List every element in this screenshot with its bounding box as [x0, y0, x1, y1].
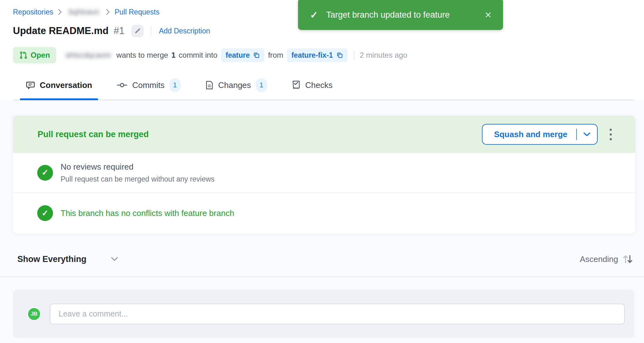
add-description-link[interactable]: Add Description: [159, 27, 210, 35]
tab-label: Commits: [132, 80, 165, 90]
merge-check-row: ✓ No reviews required Pull request can b…: [13, 153, 635, 192]
tab-commits[interactable]: Commits 1: [111, 78, 187, 100]
pencil-icon: [134, 28, 141, 34]
copy-icon[interactable]: [336, 52, 343, 59]
main-content: Pull request can be merged Squash and me…: [0, 100, 644, 343]
avatar: JB: [27, 307, 41, 321]
check-title: No reviews required: [61, 162, 214, 172]
commit-icon: [117, 82, 127, 89]
chevron-right-icon: [58, 9, 62, 15]
sort-arrows-icon: [622, 254, 633, 265]
wants-to-merge-text: wants to merge: [116, 51, 168, 60]
status-badge: Open: [13, 47, 56, 63]
pr-author-redacted: ahtscdqcaom: [63, 50, 113, 60]
check-icon: ✓: [310, 9, 318, 20]
more-options-button[interactable]: [607, 126, 614, 143]
tab-count-badge: 1: [256, 78, 267, 92]
pr-title: Update README.md: [13, 25, 108, 37]
check-circle-icon: ✓: [37, 205, 53, 221]
file-icon: [205, 80, 214, 90]
tab-label: Conversation: [40, 80, 92, 90]
pr-number: #1: [114, 25, 124, 37]
merge-banner-title: Pull request can be merged: [38, 130, 149, 139]
commit-count: 1: [171, 51, 175, 60]
divider: [354, 51, 354, 60]
tab-changes[interactable]: Changes 1: [199, 78, 273, 100]
merge-options-dropdown[interactable]: [577, 132, 597, 137]
source-branch-name: feature-fix-1: [291, 51, 333, 60]
tab-count-badge: 1: [169, 78, 181, 92]
divider: [576, 129, 577, 140]
check-subtitle: Pull request can be merged without any r…: [61, 175, 214, 183]
timeline-filter-row: Show Everything Ascending: [13, 251, 635, 267]
merge-check-row: ✓ This branch has no conflicts with feat…: [13, 192, 635, 234]
target-branch-name: feature: [225, 51, 250, 60]
merge-banner: Pull request can be merged Squash and me…: [13, 116, 635, 153]
toast-close-button[interactable]: ✕: [484, 10, 492, 20]
show-everything-dropdown[interactable]: Show Everything: [17, 254, 86, 264]
breadcrumb-repo-link-redacted[interactable]: bqhtnavn: [67, 7, 102, 17]
pr-tabbar: Conversation Commits 1 Changes 1 Checks: [13, 78, 634, 100]
breadcrumb-pull-requests-link[interactable]: Pull Requests: [114, 8, 159, 16]
divider: [151, 26, 151, 36]
chevron-right-icon: [106, 9, 110, 15]
chevron-down-icon: [583, 132, 591, 137]
breadcrumb-repositories-link[interactable]: Repositories: [13, 8, 53, 16]
comment-composer: JB: [13, 290, 634, 338]
chevron-down-icon[interactable]: [110, 256, 119, 262]
divider: [0, 276, 644, 277]
pr-meta-row: Open ahtscdqcaom wants to merge 1 commit…: [13, 47, 634, 64]
tab-checks[interactable]: Checks: [286, 78, 339, 100]
tab-label: Checks: [305, 80, 333, 90]
pr-created-time: 2 minutes ago: [360, 51, 407, 60]
comment-input[interactable]: [50, 304, 625, 324]
sort-order-toggle[interactable]: Ascending: [580, 254, 633, 265]
checklist-icon: [292, 80, 301, 90]
from-text: from: [268, 51, 283, 60]
toast-notification: ✓ Target branch updated to feature ✕: [298, 0, 503, 30]
squash-and-merge-label: Squash and merge: [483, 130, 576, 139]
git-pull-request-icon: [19, 51, 27, 59]
check-circle-icon: ✓: [37, 165, 53, 181]
merge-status-card: Pull request can be merged Squash and me…: [13, 116, 635, 234]
target-branch-pill[interactable]: feature: [221, 48, 264, 62]
source-branch-pill[interactable]: feature-fix-1: [287, 48, 348, 62]
commit-into-text: commit into: [179, 51, 218, 60]
sort-order-label: Ascending: [580, 254, 618, 264]
speech-bubble-icon: [26, 81, 35, 90]
check-title: This branch has no conflicts with featur…: [61, 208, 234, 218]
edit-title-button[interactable]: [132, 25, 143, 37]
squash-and-merge-button[interactable]: Squash and merge: [482, 124, 598, 145]
copy-icon[interactable]: [253, 52, 260, 59]
tab-conversation[interactable]: Conversation: [20, 78, 98, 100]
tab-label: Changes: [218, 80, 251, 90]
status-badge-label: Open: [31, 51, 50, 60]
toast-message: Target branch updated to feature: [326, 10, 450, 20]
